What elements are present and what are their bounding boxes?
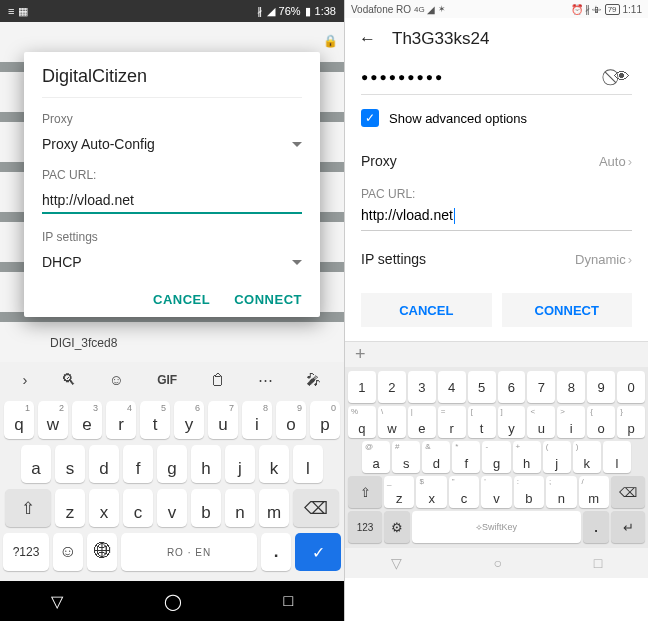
recents-button[interactable]: □ (284, 592, 294, 610)
key-y[interactable]: y6 (174, 401, 204, 439)
key-j[interactable]: j( (543, 441, 571, 473)
key-z[interactable]: z (55, 489, 85, 527)
key-w[interactable]: w\ (378, 406, 406, 438)
key-k[interactable]: k (259, 445, 289, 483)
key-g[interactable]: g- (482, 441, 510, 473)
key-g[interactable]: g (157, 445, 187, 483)
key-l[interactable]: l (293, 445, 323, 483)
recents-button[interactable]: □ (594, 555, 602, 571)
key-p[interactable]: p0 (310, 401, 340, 439)
key-v[interactable]: v (157, 489, 187, 527)
key-0[interactable]: 0 (617, 371, 645, 403)
key-t[interactable]: t5 (140, 401, 170, 439)
shift-key[interactable]: ⇧ (5, 489, 51, 527)
key-r[interactable]: r4 (106, 401, 136, 439)
proxy-row[interactable]: Proxy Auto› (361, 141, 632, 181)
key-q[interactable]: q% (348, 406, 376, 438)
key-a[interactable]: a@ (362, 441, 390, 473)
key-h[interactable]: h+ (513, 441, 541, 473)
key-v[interactable]: v' (481, 476, 511, 508)
key-b[interactable]: b (191, 489, 221, 527)
backspace-key[interactable]: ⌫ (293, 489, 339, 527)
key-y[interactable]: y] (498, 406, 526, 438)
key-f[interactable]: f (123, 445, 153, 483)
gif-button[interactable]: GIF (157, 373, 177, 387)
key-m[interactable]: m/ (579, 476, 609, 508)
pac-url-input[interactable] (42, 188, 302, 214)
key-h[interactable]: h (191, 445, 221, 483)
connect-button[interactable]: CONNECT (234, 292, 302, 307)
key-q[interactable]: q1 (4, 401, 34, 439)
period-key[interactable]: . (261, 533, 291, 571)
key-d[interactable]: d& (422, 441, 450, 473)
key-7[interactable]: 7 (527, 371, 555, 403)
ip-settings-select[interactable]: DHCP (42, 254, 302, 270)
connect-button[interactable]: CONNECT (502, 293, 633, 327)
proxy-select[interactable]: Proxy Auto-Config (42, 136, 302, 152)
key-e[interactable]: e3 (72, 401, 102, 439)
shift-key[interactable]: ⇧ (348, 476, 382, 508)
home-button[interactable]: ◯ (164, 592, 182, 611)
key-j[interactable]: j (225, 445, 255, 483)
back-arrow-icon[interactable]: ← (359, 29, 376, 49)
home-button[interactable]: ○ (494, 555, 502, 571)
key-9[interactable]: 9 (587, 371, 615, 403)
clipboard-icon[interactable]: 📋︎ (210, 371, 225, 388)
key-l[interactable]: l (603, 441, 631, 473)
key-n[interactable]: n (225, 489, 255, 527)
key-8[interactable]: 8 (557, 371, 585, 403)
key-x[interactable]: x$ (416, 476, 446, 508)
space-key[interactable]: RO · EN (121, 533, 257, 571)
back-button[interactable]: ▽ (391, 555, 402, 571)
key-w[interactable]: w2 (38, 401, 68, 439)
key-i[interactable]: i8 (242, 401, 272, 439)
show-advanced-row[interactable]: ✓ Show advanced options (361, 109, 632, 127)
key-c[interactable]: c" (449, 476, 479, 508)
emoji-key[interactable]: ☺ (53, 533, 83, 571)
key-s[interactable]: s# (392, 441, 420, 473)
back-button[interactable]: ▽ (51, 592, 63, 611)
key-k[interactable]: k) (573, 441, 601, 473)
pac-url-input[interactable]: http://vload.net (361, 201, 632, 231)
key-3[interactable]: 3 (408, 371, 436, 403)
key-x[interactable]: x (89, 489, 119, 527)
key-e[interactable]: e| (408, 406, 436, 438)
key-z[interactable]: z_ (384, 476, 414, 508)
plus-icon[interactable]: + (355, 344, 366, 365)
key-d[interactable]: d (89, 445, 119, 483)
period-key[interactable]: . (583, 511, 609, 543)
settings-key[interactable]: ⚙ (384, 511, 410, 543)
key-f[interactable]: f* (452, 441, 480, 473)
more-icon[interactable]: ⋯ (258, 371, 273, 389)
symbols-key[interactable]: ?123 (3, 533, 49, 571)
backspace-key[interactable]: ⌫ (611, 476, 645, 508)
key-2[interactable]: 2 (378, 371, 406, 403)
sticker-icon[interactable]: ☺ (109, 371, 124, 388)
key-r[interactable]: r= (438, 406, 466, 438)
key-o[interactable]: o{ (587, 406, 615, 438)
ip-settings-row[interactable]: IP settings Dynamic› (361, 239, 632, 279)
chevron-right-icon[interactable]: › (23, 371, 28, 388)
key-u[interactable]: u< (527, 406, 555, 438)
space-key[interactable]: ⟡ SwiftKey (412, 511, 581, 543)
key-o[interactable]: o9 (276, 401, 306, 439)
cancel-button[interactable]: CANCEL (361, 293, 492, 327)
key-u[interactable]: u7 (208, 401, 238, 439)
key-a[interactable]: a (21, 445, 51, 483)
enter-key[interactable]: ↵ (611, 511, 645, 543)
key-b[interactable]: b: (514, 476, 544, 508)
key-t[interactable]: t[ (468, 406, 496, 438)
key-s[interactable]: s (55, 445, 85, 483)
enter-key[interactable]: ✓ (295, 533, 341, 571)
key-5[interactable]: 5 (468, 371, 496, 403)
mic-icon[interactable]: 🎤︎ (306, 371, 321, 388)
key-c[interactable]: c (123, 489, 153, 527)
symbols-key[interactable]: 123 (348, 511, 382, 543)
globe-key[interactable]: 🌐︎ (87, 533, 117, 571)
key-m[interactable]: m (259, 489, 289, 527)
visibility-off-icon[interactable]: 👁⃠ (614, 68, 632, 86)
password-field[interactable]: ●●●●●●●●● (361, 70, 444, 84)
cancel-button[interactable]: CANCEL (153, 292, 210, 307)
key-1[interactable]: 1 (348, 371, 376, 403)
key-i[interactable]: i> (557, 406, 585, 438)
